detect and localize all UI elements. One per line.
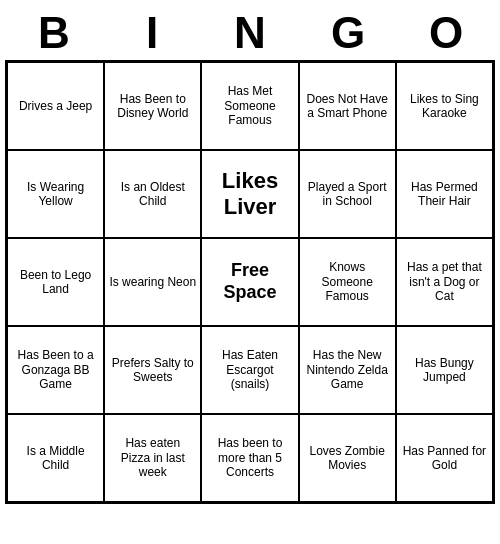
title-letter-n: N [205,8,295,58]
bingo-cell-24[interactable]: Has Panned for Gold [396,414,493,502]
title-letter-g: G [303,8,393,58]
bingo-cell-15[interactable]: Has Been to a Gonzaga BB Game [7,326,104,414]
bingo-cell-4[interactable]: Likes to Sing Karaoke [396,62,493,150]
bingo-cell-21[interactable]: Has eaten Pizza in last week [104,414,201,502]
bingo-cell-0[interactable]: Drives a Jeep [7,62,104,150]
title-letter-b: B [9,8,99,58]
bingo-cell-9[interactable]: Has Permed Their Hair [396,150,493,238]
bingo-cell-5[interactable]: Is Wearing Yellow [7,150,104,238]
bingo-cell-13[interactable]: Knows Someone Famous [299,238,396,326]
bingo-cell-14[interactable]: Has a pet that isn't a Dog or Cat [396,238,493,326]
bingo-cell-3[interactable]: Does Not Have a Smart Phone [299,62,396,150]
title-letter-o: O [401,8,491,58]
bingo-cell-8[interactable]: Played a Sport in School [299,150,396,238]
bingo-cell-6[interactable]: Is an Oldest Child [104,150,201,238]
bingo-cell-2[interactable]: Has Met Someone Famous [201,62,298,150]
bingo-cell-11[interactable]: Is wearing Neon [104,238,201,326]
bingo-cell-19[interactable]: Has Bungy Jumped [396,326,493,414]
bingo-cell-1[interactable]: Has Been to Disney World [104,62,201,150]
bingo-cell-10[interactable]: Been to Lego Land [7,238,104,326]
bingo-cell-17[interactable]: Has Eaten Escargot (snails) [201,326,298,414]
bingo-cell-23[interactable]: Loves Zombie Movies [299,414,396,502]
bingo-title: BINGO [5,8,495,58]
bingo-grid: Drives a JeepHas Been to Disney WorldHas… [5,60,495,504]
bingo-cell-18[interactable]: Has the New Nintendo Zelda Game [299,326,396,414]
bingo-cell-16[interactable]: Prefers Salty to Sweets [104,326,201,414]
bingo-cell-12[interactable]: Free Space [201,238,298,326]
title-letter-i: I [107,8,197,58]
bingo-cell-7[interactable]: Likes Liver [201,150,298,238]
bingo-card: BINGO Drives a JeepHas Been to Disney Wo… [5,8,495,504]
bingo-cell-20[interactable]: Is a Middle Child [7,414,104,502]
bingo-cell-22[interactable]: Has been to more than 5 Concerts [201,414,298,502]
